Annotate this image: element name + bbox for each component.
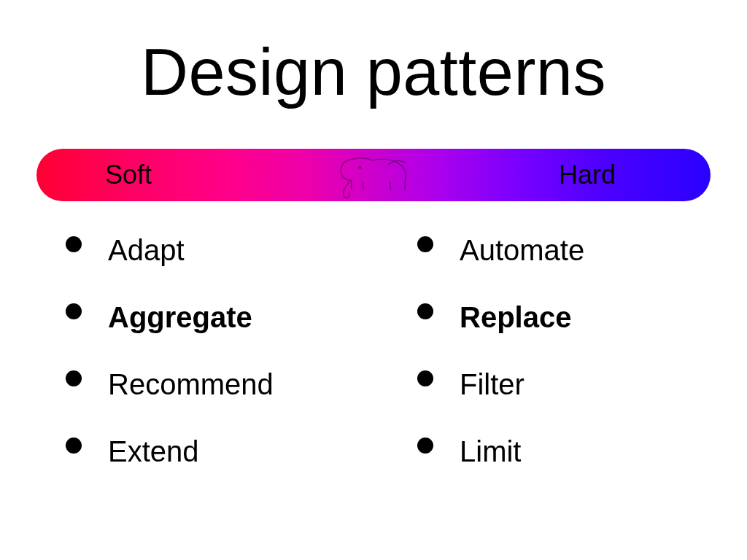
list-item: Filter bbox=[417, 368, 747, 401]
list-item: Extend bbox=[66, 435, 374, 468]
list-item: Adapt bbox=[66, 233, 374, 267]
soft-list: Adapt Aggregate Recommend Extend bbox=[66, 233, 374, 468]
spectrum-label-hard: Hard bbox=[559, 160, 616, 190]
list-item-text: Filter bbox=[460, 368, 525, 400]
list-item-text: Extend bbox=[108, 435, 199, 467]
list-item-text: Adapt bbox=[108, 234, 185, 266]
hard-column: Automate Replace Filter Limit bbox=[374, 233, 747, 502]
list-item: Limit bbox=[417, 435, 747, 468]
slide: Design patterns Soft Hard Adapt Aggregat bbox=[0, 0, 747, 560]
spectrum-label-soft: Soft bbox=[105, 160, 152, 190]
list-item: Recommend bbox=[66, 368, 374, 401]
slide-title: Design patterns bbox=[0, 35, 747, 110]
spectrum-bar: Soft Hard bbox=[36, 149, 711, 201]
list-item-text: Recommend bbox=[108, 368, 274, 400]
content-columns: Adapt Aggregate Recommend Extend Automat… bbox=[0, 233, 747, 502]
soft-column: Adapt Aggregate Recommend Extend bbox=[0, 233, 374, 502]
list-item: Replace bbox=[417, 300, 747, 334]
list-item: Aggregate bbox=[66, 300, 374, 334]
list-item: Automate bbox=[417, 233, 747, 267]
list-item-text: Automate bbox=[460, 234, 584, 266]
list-item-text: Aggregate bbox=[108, 301, 252, 333]
list-item-text: Limit bbox=[460, 435, 521, 467]
list-item-text: Replace bbox=[460, 301, 571, 333]
hard-list: Automate Replace Filter Limit bbox=[417, 233, 747, 468]
